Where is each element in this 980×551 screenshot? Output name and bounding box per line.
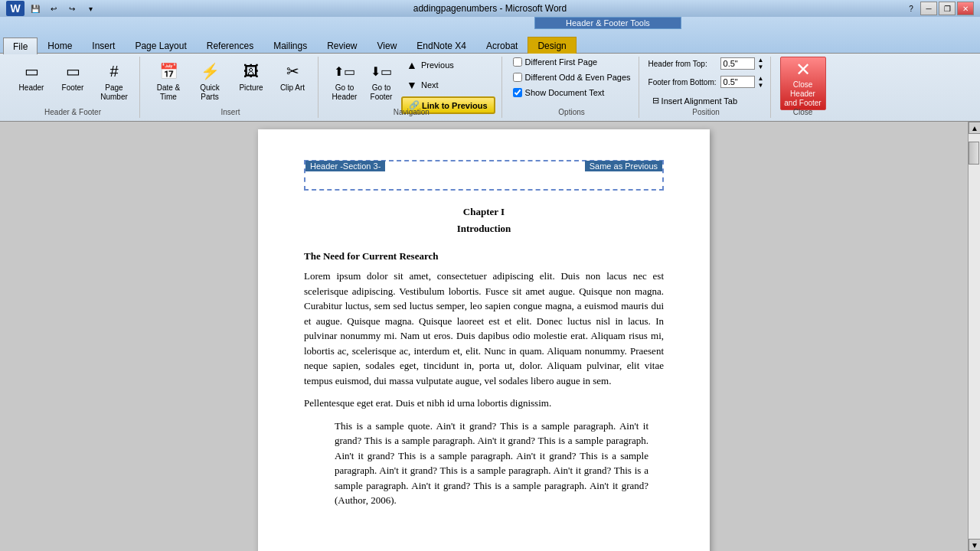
position-group-label: Position [642,108,770,116]
tab-insert[interactable]: Insert [82,37,125,54]
tab-endnote[interactable]: EndNote X4 [407,37,476,54]
picture-button[interactable]: 🖼 Picture [232,57,270,95]
diff-odd-even-check[interactable]: Different Odd & Even Pages [511,72,632,83]
picture-icon: 🖼 [239,59,263,83]
tab-view[interactable]: View [368,37,407,54]
hf-tools-label: Header & Footer Tools [534,17,681,29]
nav-buttons: ⬆▭ Go toHeader ⬇▭ Go toFooter ▲ Pr [328,57,495,139]
title-bar-controls: ? ─ ❐ ✕ [903,2,974,15]
goto-footer-button[interactable]: ⬇▭ Go toFooter [364,57,398,104]
document-content: Chapter I Introduction The Need for Curr… [304,206,664,508]
same-as-previous-label: Same as Previous [585,161,662,171]
header-top-input[interactable] [720,57,755,70]
insert-group-label: Insert [143,108,318,116]
group-insert: 📅 Date & Time ⚡ Quick Parts 🖼 Picture ✂ … [143,57,318,118]
tab-review[interactable]: Review [317,37,367,54]
next-label: Next [421,80,439,90]
header-top-label: Header from Top: [648,60,717,68]
previous-button[interactable]: ▲ Previous [401,57,495,73]
scroll-thumb[interactable] [969,142,979,165]
goto-header-button[interactable]: ⬆▭ Go toHeader [328,57,361,104]
quickparts-icon: ⚡ [198,59,222,83]
tab-design[interactable]: Design [528,37,576,54]
header-section-label: Header -Section 3- [305,161,385,171]
nav-group-label: Navigation [322,108,501,116]
datetime-icon: 📅 [156,59,181,83]
quickparts-label: Quick Parts [193,83,227,102]
options-group-label: Options [505,108,639,116]
footer-button[interactable]: ▭ Footer [54,57,92,95]
chapter-title: Chapter I [304,206,664,218]
footer-bottom-label: Footer from Bottom: [648,78,717,86]
window-close[interactable]: ✕ [957,2,974,15]
window-help[interactable]: ? [903,2,919,15]
document-scroll[interactable]: Header -Section 3- Same as Previous Chap… [0,122,968,551]
previous-icon: ▲ [405,59,419,71]
quick-access-save[interactable]: 💾 [28,2,43,15]
close-header-footer-button[interactable]: ✕ Close Headerand Footer [780,57,826,110]
paragraph-1: Lorem ipsum dolor sit amet, consectetuer… [304,269,664,388]
document-page: Header -Section 3- Same as Previous Chap… [258,129,710,551]
page-number-label: Page Number [97,83,131,102]
datetime-button[interactable]: 📅 Date & Time [149,57,188,104]
alignment-icon: ⊟ [652,96,659,106]
goto-footer-label: Go toFooter [371,83,393,102]
quote-paragraph: This is a sample quote. Ain't it grand? … [335,419,648,508]
window-restore[interactable]: ❐ [939,2,956,15]
window-minimize[interactable]: ─ [920,2,937,15]
chapter-subtitle: Introduction [304,223,664,235]
clipart-button[interactable]: ✂ Clip Art [273,57,312,95]
close-group-label: Close [774,108,832,116]
scroll-track[interactable] [969,134,980,539]
tab-home[interactable]: Home [38,37,82,54]
diff-first-page-input[interactable] [513,57,522,67]
page-header-section[interactable]: Header -Section 3- Same as Previous [304,160,664,191]
next-button[interactable]: ▼ Next [401,77,495,93]
close-header-icon: ✕ [795,59,811,80]
header-top-spinner[interactable]: ▲▼ [758,57,764,70]
paragraph-2: Pellentesque eget erat. Duis et nibh id … [304,396,664,411]
hf-group-label: Header & Footer [6,108,139,116]
quick-access-more[interactable]: ▾ [83,2,98,15]
quickparts-button[interactable]: ⚡ Quick Parts [191,57,229,104]
footer-from-bottom-row: Footer from Bottom: ▲▼ [648,75,764,89]
diff-first-page-label: Different First Page [525,57,598,67]
diff-first-page-check[interactable]: Different First Page [511,57,599,67]
page-number-icon: # [102,59,126,83]
section-heading: The Need for Current Research [304,250,664,262]
show-doc-text-input[interactable] [513,88,522,97]
next-icon: ▼ [405,79,419,91]
show-doc-text-check[interactable]: Show Document Text [511,87,606,98]
word-icon: W [6,1,24,16]
insert-alignment-button[interactable]: ⊟ Insert Alignment Tab [648,93,741,108]
scroll-down-button[interactable]: ▼ [969,539,980,551]
ribbon: Header & Footer Tools File Home Insert P… [0,17,980,122]
show-doc-text-label: Show Document Text [525,88,605,97]
diff-odd-even-input[interactable] [513,73,522,82]
clipart-icon: ✂ [280,59,305,83]
title-bar-title: addingpagenumbers - Microsoft Word [413,3,567,14]
tab-file[interactable]: File [3,37,38,54]
group-header-footer: ▭ Header ▭ Footer # Page Number Header &… [6,57,140,118]
quick-access-redo[interactable]: ↪ [64,2,80,15]
header-from-top-row: Header from Top: ▲▼ [648,57,764,70]
title-bar: W 💾 ↩ ↪ ▾ addingpagenumbers - Microsoft … [0,0,980,17]
document-area: Header -Section 3- Same as Previous Chap… [0,122,980,551]
diff-odd-even-label: Different Odd & Even Pages [525,73,631,82]
ribbon-content: ▭ Header ▭ Footer # Page Number Header &… [0,54,980,121]
header-button[interactable]: ▭ Header [12,57,51,95]
tab-references[interactable]: References [197,37,263,54]
quick-access-undo[interactable]: ↩ [46,2,61,15]
page-number-button[interactable]: # Page Number [95,57,133,104]
goto-header-icon: ⬆▭ [332,59,357,83]
footer-bottom-spinner[interactable]: ▲▼ [758,75,764,89]
footer-icon: ▭ [60,59,85,83]
clipart-label: Clip Art [280,83,305,93]
tab-page-layout[interactable]: Page Layout [125,37,196,54]
tab-mailings[interactable]: Mailings [263,37,317,54]
title-bar-left: W 💾 ↩ ↪ ▾ [6,1,98,16]
scroll-up-button[interactable]: ▲ [969,122,980,134]
footer-bottom-input[interactable] [720,76,755,88]
group-options: Different First Page Different Odd & Eve… [505,57,639,118]
tab-acrobat[interactable]: Acrobat [476,37,528,54]
